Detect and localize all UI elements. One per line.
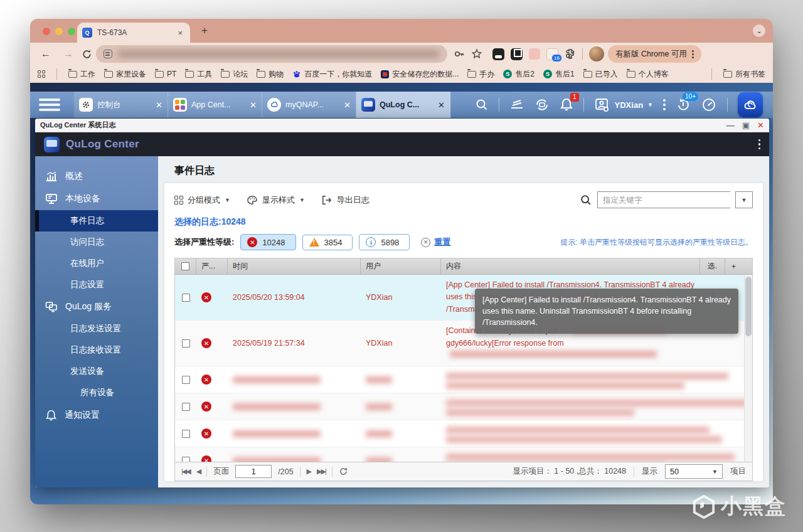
- resource-monitor-icon[interactable]: [509, 98, 524, 112]
- sidebar-item-access-log[interactable]: 访问日志: [35, 231, 158, 253]
- select-all-checkbox[interactable]: [175, 258, 196, 274]
- sidebar-item-log-receiver[interactable]: 日志接收设置: [35, 339, 158, 361]
- page-size-select[interactable]: 50 ▼: [665, 464, 723, 479]
- first-page-button[interactable]: |◀◀: [181, 467, 190, 476]
- severity-error-button[interactable]: ✕ 10248: [240, 234, 295, 250]
- forward-button[interactable]: →: [59, 47, 78, 61]
- tab-close-icon[interactable]: ✕: [156, 100, 162, 110]
- notifications-bell-icon[interactable]: 1: [560, 97, 573, 112]
- extension-wallet-icon[interactable]: 16: [546, 48, 558, 60]
- keyword-search-input[interactable]: [597, 191, 730, 208]
- address-bar[interactable]: [96, 45, 447, 63]
- taskbar-tab-qulog-center[interactable]: QuLog C... ✕: [356, 92, 450, 118]
- taskbar-tab-app-center[interactable]: App Cent... ✕: [168, 92, 262, 118]
- sidebar-item-log-sender[interactable]: 日志发送设置: [35, 318, 158, 339]
- next-page-button[interactable]: ▶: [307, 467, 311, 476]
- group-mode-button[interactable]: 分组模式▼: [174, 194, 230, 206]
- sidebar-item-all-devices[interactable]: 所有设备: [35, 382, 158, 403]
- table-row-redacted[interactable]: ✕: [175, 366, 752, 393]
- site-settings-icon[interactable]: [104, 50, 112, 58]
- sidebar-item-event-log[interactable]: 事件日志: [35, 210, 158, 231]
- bookmark-item[interactable]: 工具: [185, 69, 212, 80]
- bookmark-item-sharepoint[interactable]: S售后1: [543, 69, 575, 80]
- row-checkbox[interactable]: [175, 321, 196, 366]
- tab-close-icon[interactable]: ✕: [250, 100, 257, 110]
- bookmark-item[interactable]: PT: [155, 70, 176, 78]
- window-close-icon[interactable]: ✕: [757, 120, 764, 130]
- window-maximize-icon[interactable]: ▣: [742, 120, 750, 130]
- row-checkbox[interactable]: [182, 403, 190, 411]
- column-severity[interactable]: 严...: [196, 258, 228, 274]
- bookmark-item[interactable]: 工作: [68, 69, 95, 80]
- bookmark-item-baidu[interactable]: 百度一下，你就知道: [292, 69, 372, 80]
- display-style-button[interactable]: 显示样式▼: [247, 194, 305, 206]
- dashboard-gauge-icon[interactable]: [701, 97, 717, 112]
- bookmark-item[interactable]: 论坛: [221, 69, 248, 80]
- sidebar-item-local-device[interactable]: 本地设备: [35, 188, 158, 210]
- refresh-icon[interactable]: [339, 467, 348, 476]
- tab-close-icon[interactable]: ×: [175, 28, 185, 38]
- scrollbar-thumb[interactable]: [745, 277, 752, 336]
- prev-page-button[interactable]: ◀: [196, 467, 200, 476]
- extension-clip-icon[interactable]: [511, 48, 523, 60]
- bookmark-item[interactable]: 手办: [467, 69, 494, 80]
- taskbar-tab-myqnapcloud[interactable]: myQNAP... ✕: [262, 92, 356, 118]
- bookmark-item-sharepoint[interactable]: S售后2: [503, 69, 534, 80]
- bookmark-item[interactable]: 已导入: [583, 69, 618, 80]
- all-bookmarks-button[interactable]: 所有书签: [723, 69, 765, 80]
- background-tasks-icon[interactable]: [534, 97, 550, 112]
- chrome-update-button[interactable]: 有新版 Chrome 可用: [608, 45, 701, 63]
- sidebar-item-log-settings[interactable]: 日志设置: [35, 274, 158, 295]
- main-menu-icon[interactable]: [39, 98, 64, 111]
- reload-button[interactable]: [82, 49, 92, 60]
- table-row-redacted[interactable]: ✕: [175, 393, 752, 420]
- qsync-cloud-button[interactable]: [738, 92, 763, 117]
- tab-close-icon[interactable]: ✕: [344, 100, 351, 110]
- bookmark-item[interactable]: 购物: [257, 69, 284, 80]
- maximize-window-icon[interactable]: [68, 28, 75, 35]
- export-logs-button[interactable]: 导出日志: [321, 194, 370, 206]
- column-content[interactable]: 内容: [441, 258, 700, 274]
- search-options-dropdown[interactable]: ▼: [735, 191, 753, 208]
- sidebar-item-online-users[interactable]: 在线用户: [35, 253, 158, 274]
- bookmark-star-icon[interactable]: [471, 48, 482, 60]
- extension-disabled-icon[interactable]: [529, 48, 540, 60]
- sidebar-item-overview[interactable]: 概述: [35, 165, 158, 188]
- column-time[interactable]: 时间: [228, 258, 361, 274]
- add-column-button[interactable]: +: [725, 258, 742, 274]
- page-number-input[interactable]: [235, 465, 272, 478]
- bookmark-item[interactable]: 个人博客: [627, 69, 669, 80]
- macos-traffic-lights[interactable]: [43, 28, 75, 35]
- new-tab-button[interactable]: +: [196, 23, 213, 38]
- table-row-redacted[interactable]: ✕: [175, 447, 752, 462]
- row-checkbox[interactable]: [182, 430, 190, 438]
- sidebar-item-qulog-service[interactable]: QuLog 服务: [35, 295, 158, 318]
- taskbar-more-icon[interactable]: [663, 99, 666, 110]
- column-user[interactable]: 用户: [361, 258, 441, 274]
- app-menu-icon[interactable]: [758, 139, 761, 150]
- extension-dark-icon[interactable]: [492, 48, 504, 60]
- table-scrollbar[interactable]: [744, 275, 752, 462]
- sidebar-item-notification-settings[interactable]: 通知设置: [35, 403, 158, 427]
- bookmark-item[interactable]: 家里设备: [104, 69, 146, 80]
- restart-tasks-icon[interactable]: 10+: [676, 97, 691, 112]
- user-menu[interactable]: YDXian ▼: [594, 97, 653, 112]
- browser-tab-active[interactable]: Q TS-673A ×: [77, 23, 190, 43]
- close-window-icon[interactable]: [43, 28, 50, 35]
- password-manager-icon[interactable]: [454, 48, 465, 60]
- minimize-window-icon[interactable]: [55, 28, 63, 35]
- taskbar-tab-control-panel[interactable]: 控制台 ✕: [74, 92, 168, 118]
- bookmark-item-storage[interactable]: 安全储存您的数据...: [381, 69, 459, 80]
- profile-avatar[interactable]: [589, 46, 604, 61]
- extensions-puzzle-icon[interactable]: [565, 48, 576, 60]
- severity-warning-button[interactable]: 3854: [302, 235, 353, 250]
- window-minimize-icon[interactable]: —: [726, 120, 735, 130]
- last-page-button[interactable]: ▶▶|: [317, 467, 326, 476]
- table-row-redacted[interactable]: ✕: [175, 420, 752, 447]
- side-panel-grid-icon[interactable]: [38, 70, 45, 78]
- row-checkbox[interactable]: [175, 275, 196, 320]
- reset-filter-link[interactable]: ✕ 重置: [421, 237, 450, 248]
- sidebar-item-sender-devices[interactable]: 发送设备: [35, 361, 158, 382]
- window-titlebar[interactable]: QuLog Center 系统日志 — ▣ ✕: [35, 119, 769, 132]
- back-button[interactable]: ←: [36, 47, 55, 61]
